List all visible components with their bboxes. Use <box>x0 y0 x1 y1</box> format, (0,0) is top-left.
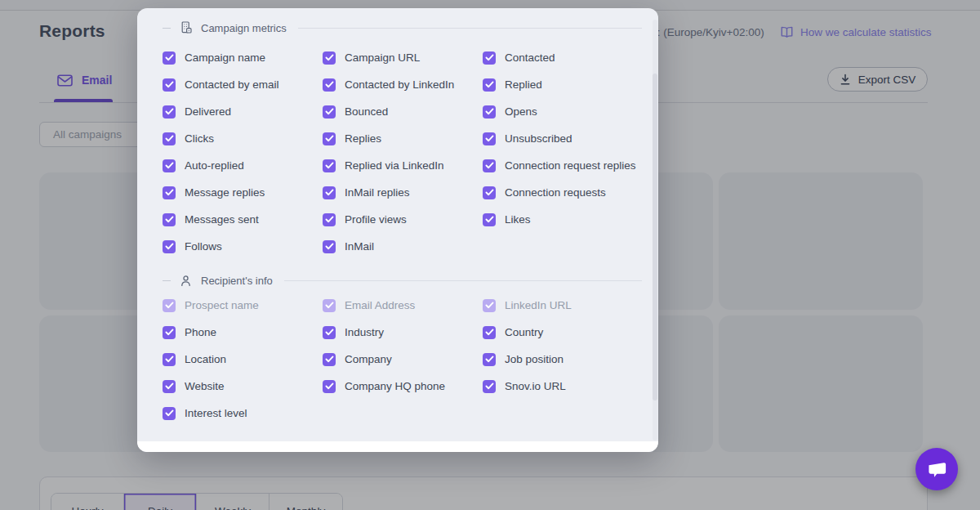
checkbox-label: LinkedIn URL <box>505 299 572 311</box>
checkbox-label: Replied via LinkedIn <box>345 159 444 172</box>
checkbox[interactable] <box>483 78 496 92</box>
checkbox[interactable] <box>483 105 496 119</box>
checkbox-label: Company <box>345 353 392 365</box>
checkbox-label: Job position <box>505 353 564 365</box>
checkbox-item[interactable]: Follows <box>163 240 323 253</box>
checkbox-item[interactable]: Contacted by LinkedIn <box>323 78 483 92</box>
checkbox[interactable] <box>483 353 496 366</box>
checkbox-item[interactable]: Interest level <box>163 407 323 420</box>
checkbox-label: Country <box>505 326 543 338</box>
checkbox-item: LinkedIn URL <box>483 299 643 312</box>
checkbox-label: Opens <box>505 105 537 118</box>
checkbox[interactable] <box>323 380 336 393</box>
checkbox[interactable] <box>323 132 336 145</box>
checkbox[interactable] <box>163 78 176 92</box>
checkbox-item[interactable]: InMail replies <box>323 186 483 199</box>
checkbox[interactable] <box>483 380 496 393</box>
section-header-recipients-info: Recipient's info <box>163 272 642 289</box>
checkbox-label: Website <box>185 380 225 392</box>
checkbox-item[interactable]: Connection requests <box>483 186 643 199</box>
checkbox-item[interactable]: Campaign name <box>163 51 323 65</box>
checkbox[interactable] <box>163 353 176 366</box>
checkbox-item[interactable]: Opens <box>483 105 643 119</box>
recipients-info-grid: Prospect nameEmail AddressLinkedIn URLPh… <box>163 292 642 427</box>
checkbox[interactable] <box>483 51 496 65</box>
checkbox[interactable] <box>323 78 336 92</box>
checkbox-item[interactable]: Campaign URL <box>323 51 483 65</box>
checkbox[interactable] <box>163 407 176 420</box>
checkbox-label: Connection requests <box>505 186 606 199</box>
section-title: Campaign metrics <box>201 22 287 34</box>
checkbox <box>163 299 176 312</box>
checkbox-item[interactable]: Location <box>163 353 323 366</box>
checkbox[interactable] <box>323 51 336 65</box>
divider <box>163 280 171 281</box>
checkbox-item[interactable]: Phone <box>163 326 323 339</box>
checkbox-item[interactable]: Company HQ phone <box>323 380 483 393</box>
checkbox[interactable] <box>163 326 176 339</box>
modal-scrollbar[interactable] <box>653 20 657 441</box>
checkbox-item[interactable]: Snov.io URL <box>483 380 643 393</box>
checkbox[interactable] <box>323 186 336 199</box>
checkbox-item[interactable]: Company <box>323 353 483 366</box>
checkbox-item[interactable]: Replied <box>483 78 643 92</box>
checkbox-item[interactable]: Messages sent <box>163 213 323 226</box>
checkbox[interactable] <box>323 326 336 339</box>
checkbox[interactable] <box>483 132 496 145</box>
checkbox-item[interactable]: Website <box>163 380 323 393</box>
checkbox-label: InMail <box>345 240 374 253</box>
checkbox-label: InMail replies <box>345 186 410 199</box>
checkbox-label: Company HQ phone <box>345 380 445 392</box>
checkbox[interactable] <box>483 213 496 226</box>
checkbox-item[interactable]: Delivered <box>163 105 323 119</box>
checkbox-item[interactable]: Bounced <box>323 105 483 119</box>
checkbox-item[interactable]: Contacted <box>483 51 643 65</box>
checkbox <box>323 299 336 312</box>
checkbox[interactable] <box>323 213 336 226</box>
checkbox-item[interactable]: Unsubscribed <box>483 132 643 145</box>
checkbox-label: Likes <box>505 213 531 226</box>
export-columns-modal: Campaign metrics Campaign nameCampaign U… <box>137 8 658 452</box>
checkbox-item[interactable]: Profile views <box>323 213 483 226</box>
checkbox[interactable] <box>323 159 336 172</box>
checkbox-item[interactable]: Likes <box>483 213 643 226</box>
checkbox-item[interactable]: InMail <box>323 240 483 253</box>
checkbox[interactable] <box>163 51 176 65</box>
checkbox[interactable] <box>163 213 176 226</box>
checkbox-item[interactable]: Industry <box>323 326 483 339</box>
checkbox-label: Unsubscribed <box>505 132 572 145</box>
checkbox[interactable] <box>323 353 336 366</box>
checkbox[interactable] <box>483 186 496 199</box>
checkbox-item[interactable]: Auto-replied <box>163 159 323 172</box>
checkbox-label: Clicks <box>185 132 214 145</box>
checkbox-item: Email Address <box>323 299 483 312</box>
checkbox-label: Follows <box>185 240 222 253</box>
chat-launcher-button[interactable] <box>915 448 958 490</box>
checkbox[interactable] <box>163 132 176 145</box>
checkbox-label: Campaign name <box>185 51 265 64</box>
checkbox[interactable] <box>163 380 176 393</box>
checkbox-item[interactable]: Replied via LinkedIn <box>323 159 483 172</box>
checkbox[interactable] <box>323 240 336 253</box>
checkbox[interactable] <box>483 159 496 172</box>
checkbox-label: Messages sent <box>185 213 259 226</box>
checkbox-item[interactable]: Message replies <box>163 186 323 199</box>
checkbox[interactable] <box>163 240 176 253</box>
building-icon <box>180 21 192 34</box>
checkbox[interactable] <box>483 326 496 339</box>
checkbox-label: Message replies <box>185 186 265 199</box>
checkbox-item[interactable]: Contacted by email <box>163 78 323 92</box>
checkbox-item[interactable]: Clicks <box>163 132 323 145</box>
checkbox-item[interactable]: Job position <box>483 353 643 366</box>
checkbox[interactable] <box>323 105 336 119</box>
checkbox-label: Campaign URL <box>345 51 420 64</box>
checkbox-item[interactable]: Replies <box>323 132 483 145</box>
checkbox[interactable] <box>163 105 176 119</box>
checkbox-item[interactable]: Connection request replies <box>483 159 643 172</box>
checkbox[interactable] <box>163 186 176 199</box>
checkbox[interactable] <box>163 159 176 172</box>
checkbox-item[interactable]: Country <box>483 326 643 339</box>
modal-scrollbar-thumb[interactable] <box>653 74 657 400</box>
checkbox-label: Snov.io URL <box>505 380 566 392</box>
divider <box>284 280 642 281</box>
